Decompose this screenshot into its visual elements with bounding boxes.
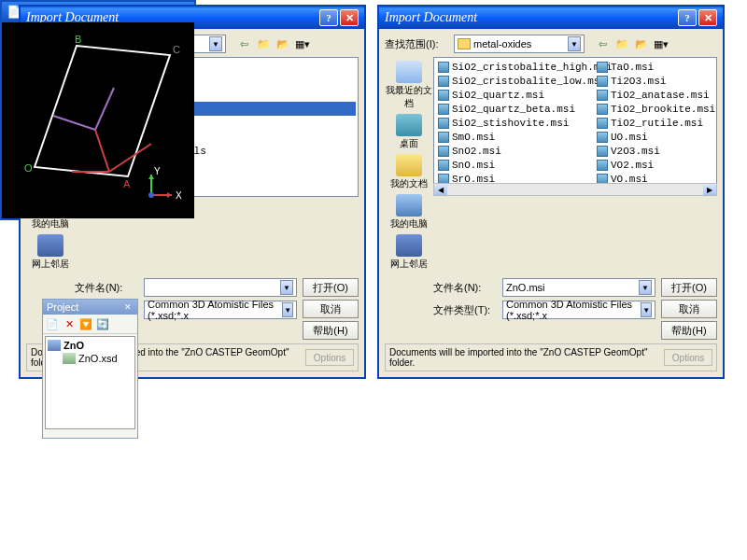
file-item[interactable]: VO2.msi [595, 158, 717, 172]
xsd-icon [63, 353, 76, 364]
filetype-combo[interactable]: Common 3D Atomistic Files (*.xsd;*.x▼ [502, 301, 655, 319]
dialog-title: Import Document [385, 10, 477, 25]
label-a: A [123, 178, 131, 189]
lookin-combo[interactable]: metal-oxides ▼ [454, 35, 585, 53]
sidebar-desktop[interactable]: 桌面 [396, 114, 422, 150]
file-item[interactable]: VO.msi [595, 172, 717, 184]
close-icon[interactable]: ✕ [698, 9, 717, 26]
lookin-value: metal-oxides [473, 38, 531, 49]
viewer-window: 📄 ZnO.xsd * _ □ ✕ X Y B A [0, 0, 196, 220]
project-toolbar: 📄 ✕ 🔽 🔄 [43, 315, 137, 334]
filename-label: 文件名(N): [75, 281, 140, 295]
file-item[interactable]: TiO2_anatase.msi [595, 88, 717, 102]
back-icon[interactable]: ⇦ [594, 35, 611, 52]
sidebar-recent[interactable]: 我最近的文档 [385, 61, 433, 110]
filter-icon[interactable]: 🔽 [78, 316, 93, 331]
back-icon[interactable]: ⇦ [235, 35, 252, 52]
msi-file-icon [438, 132, 449, 143]
chevron-down-icon[interactable]: ▼ [282, 302, 293, 317]
filetype-label: 文件类型(T): [433, 303, 499, 317]
msi-file-icon [597, 118, 608, 129]
options-button[interactable]: Options [664, 349, 712, 366]
lookin-label: 查找范围(I): [385, 37, 450, 51]
cancel-button[interactable]: 取消 [661, 300, 717, 318]
msi-file-icon [597, 174, 608, 185]
filetype-combo[interactable]: Common 3D Atomistic Files (*.xsd;*.x▼ [144, 301, 297, 319]
help-icon[interactable]: ? [678, 9, 697, 26]
file-item[interactable]: SiO2_quartz.msi [436, 88, 595, 102]
help-button[interactable]: 帮助(H) [661, 321, 717, 340]
label-c: C [173, 44, 180, 55]
up-icon[interactable]: 📁 [613, 35, 630, 52]
project-tree[interactable]: ZnO ZnO.xsd [45, 336, 135, 429]
panel-title: Project [47, 301, 78, 313]
viewer-canvas[interactable]: X Y B A O C [2, 22, 194, 218]
file-item[interactable]: SiO2_stishovite.msi [436, 116, 595, 130]
msi-file-icon [597, 104, 608, 115]
cancel-button[interactable]: 取消 [303, 300, 359, 318]
msi-file-icon [438, 104, 449, 115]
msi-file-icon [597, 90, 608, 101]
tree-root[interactable]: ZnO [48, 339, 133, 352]
panel-titlebar[interactable]: Project ✕ [43, 300, 137, 315]
msi-file-icon [438, 118, 449, 129]
msi-file-icon [597, 132, 608, 143]
file-item[interactable]: V2O3.msi [595, 144, 717, 158]
titlebar[interactable]: Import Document ? ✕ [379, 7, 723, 29]
open-button[interactable]: 打开(O) [661, 278, 717, 297]
chevron-down-icon[interactable]: ▼ [209, 36, 222, 51]
svg-marker-7 [167, 192, 172, 198]
sidebar-mycomp[interactable]: 我的电脑 [390, 194, 428, 231]
up-icon[interactable]: 📁 [255, 35, 272, 52]
file-item[interactable]: SiO2_cristobalite_high.msi [436, 60, 595, 74]
options-button[interactable]: Options [305, 349, 354, 366]
label-b: B [75, 34, 81, 45]
msi-file-icon [438, 160, 449, 171]
filename-input[interactable]: ZnO.msi▼ [502, 278, 655, 297]
refresh-icon[interactable]: 🔄 [95, 316, 110, 331]
tree-item[interactable]: ZnO.xsd [48, 352, 133, 365]
scrollbar-horizontal[interactable]: ◀▶ [433, 183, 717, 196]
chevron-down-icon[interactable]: ▼ [568, 36, 581, 51]
file-item[interactable]: SiO2_quartz_beta.msi [436, 102, 595, 116]
chevron-down-icon[interactable]: ▼ [639, 280, 652, 295]
file-item[interactable]: UO.msi [595, 130, 717, 144]
newfolder-icon[interactable]: 📂 [275, 35, 291, 52]
msi-file-icon [438, 174, 449, 185]
file-item[interactable]: SiO2_cristobalite_low.msi [436, 74, 595, 88]
sidebar-network[interactable]: 网上邻居 [32, 234, 69, 271]
close-icon[interactable]: ✕ [122, 301, 134, 313]
sidebar-mydocs[interactable]: 我的文档 [390, 154, 428, 190]
file-item[interactable]: TaO.msi [595, 60, 717, 74]
help-button[interactable]: 帮助(H) [303, 321, 359, 340]
file-item[interactable]: SnO.msi [436, 158, 595, 172]
svg-line-3 [95, 130, 109, 172]
svg-line-1 [53, 116, 95, 130]
file-item[interactable]: SrO.msi [436, 172, 595, 184]
delete-icon[interactable]: ✕ [62, 316, 77, 331]
chevron-down-icon[interactable]: ▼ [641, 302, 652, 317]
views-icon[interactable]: ▦▾ [653, 35, 669, 52]
views-icon[interactable]: ▦▾ [294, 35, 311, 52]
new-icon[interactable]: 📄 [45, 316, 60, 331]
file-item[interactable]: SmO.msi [436, 130, 595, 144]
file-item[interactable]: Ti2O3.msi [595, 74, 717, 88]
help-icon[interactable]: ? [319, 9, 338, 26]
svg-line-2 [95, 88, 114, 130]
msi-file-icon [597, 62, 608, 73]
filename-input[interactable]: ▼ [144, 278, 297, 297]
file-item[interactable]: TiO2_rutile.msi [595, 116, 717, 130]
scroll-left-icon: ◀ [434, 184, 447, 195]
file-list[interactable]: SiO2_cristobalite_high.msiSiO2_cristobal… [433, 57, 717, 184]
open-button[interactable]: 打开(O) [303, 278, 359, 297]
sidebar-network[interactable]: 网上邻居 [390, 234, 428, 271]
close-icon[interactable]: ✕ [340, 9, 359, 26]
newfolder-icon[interactable]: 📂 [633, 35, 650, 52]
file-item[interactable]: SnO2.msi [436, 144, 595, 158]
scroll-right-icon: ▶ [703, 184, 716, 195]
file-item[interactable]: TiO2_brookite.msi [595, 102, 717, 116]
status-text: Documents will be imported into the "ZnO… [389, 347, 664, 368]
chevron-down-icon[interactable]: ▼ [280, 280, 293, 295]
msi-file-icon [597, 76, 608, 87]
folder-icon [458, 38, 471, 49]
